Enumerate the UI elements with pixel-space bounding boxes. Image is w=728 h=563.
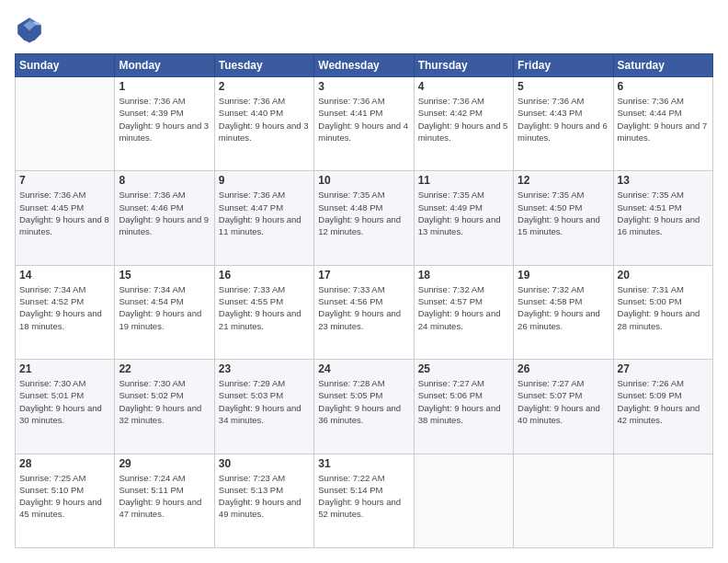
calendar-cell: 22 Sunrise: 7:30 AMSunset: 5:02 PMDaylig… <box>115 360 214 454</box>
day-info: Sunrise: 7:32 AMSunset: 4:57 PMDaylight:… <box>418 283 509 332</box>
calendar-header-row: SundayMondayTuesdayWednesdayThursdayFrid… <box>16 54 713 77</box>
day-number: 19 <box>518 269 609 282</box>
day-info: Sunrise: 7:36 AMSunset: 4:45 PMDaylight:… <box>19 189 110 237</box>
day-info: Sunrise: 7:25 AMSunset: 5:10 PMDaylight:… <box>19 472 110 521</box>
calendar-cell: 29 Sunrise: 7:24 AMSunset: 5:11 PMDaylig… <box>115 454 214 547</box>
day-info: Sunrise: 7:34 AMSunset: 4:54 PMDaylight:… <box>119 283 210 332</box>
day-number: 6 <box>618 80 709 93</box>
day-number: 29 <box>119 457 210 470</box>
day-number: 1 <box>119 80 210 93</box>
day-info: Sunrise: 7:23 AMSunset: 5:13 PMDaylight:… <box>219 472 310 521</box>
logo-icon <box>15 15 44 44</box>
day-number: 7 <box>19 174 110 187</box>
day-info: Sunrise: 7:32 AMSunset: 4:58 PMDaylight:… <box>518 283 609 332</box>
day-number: 16 <box>219 269 310 282</box>
day-number: 14 <box>19 269 110 282</box>
day-info: Sunrise: 7:36 AMSunset: 4:39 PMDaylight:… <box>119 95 210 144</box>
day-info: Sunrise: 7:36 AMSunset: 4:41 PMDaylight:… <box>318 95 409 144</box>
calendar-cell: 1 Sunrise: 7:36 AMSunset: 4:39 PMDayligh… <box>115 77 214 171</box>
day-number: 27 <box>618 362 709 375</box>
calendar-cell: 14 Sunrise: 7:34 AMSunset: 4:52 PMDaylig… <box>16 265 115 359</box>
column-header-sunday: Sunday <box>16 54 115 77</box>
day-number: 25 <box>418 362 509 375</box>
day-number: 23 <box>219 362 310 375</box>
day-info: Sunrise: 7:22 AMSunset: 5:14 PMDaylight:… <box>318 472 409 521</box>
calendar-week-2: 7 Sunrise: 7:36 AMSunset: 4:45 PMDayligh… <box>16 171 713 265</box>
calendar-cell: 27 Sunrise: 7:26 AMSunset: 5:09 PMDaylig… <box>613 360 712 454</box>
day-number: 21 <box>19 362 110 375</box>
day-info: Sunrise: 7:35 AMSunset: 4:50 PMDaylight:… <box>518 189 609 237</box>
day-info: Sunrise: 7:27 AMSunset: 5:07 PMDaylight:… <box>518 377 609 426</box>
column-header-tuesday: Tuesday <box>214 54 313 77</box>
calendar-cell: 10 Sunrise: 7:35 AMSunset: 4:48 PMDaylig… <box>314 171 414 265</box>
calendar-week-4: 21 Sunrise: 7:30 AMSunset: 5:01 PMDaylig… <box>16 360 713 454</box>
calendar-cell: 30 Sunrise: 7:23 AMSunset: 5:13 PMDaylig… <box>214 454 313 547</box>
day-info: Sunrise: 7:35 AMSunset: 4:48 PMDaylight:… <box>318 189 409 237</box>
calendar-cell: 23 Sunrise: 7:29 AMSunset: 5:03 PMDaylig… <box>214 360 313 454</box>
day-info: Sunrise: 7:24 AMSunset: 5:11 PMDaylight:… <box>119 472 210 521</box>
day-info: Sunrise: 7:36 AMSunset: 4:47 PMDaylight:… <box>219 189 310 237</box>
day-number: 17 <box>318 269 409 282</box>
day-number: 4 <box>418 80 509 93</box>
calendar-cell: 6 Sunrise: 7:36 AMSunset: 4:44 PMDayligh… <box>613 77 712 171</box>
day-info: Sunrise: 7:36 AMSunset: 4:42 PMDaylight:… <box>418 95 509 144</box>
day-number: 15 <box>119 269 210 282</box>
calendar-cell: 4 Sunrise: 7:36 AMSunset: 4:42 PMDayligh… <box>414 77 513 171</box>
calendar-cell: 13 Sunrise: 7:35 AMSunset: 4:51 PMDaylig… <box>613 171 712 265</box>
calendar-cell: 2 Sunrise: 7:36 AMSunset: 4:40 PMDayligh… <box>214 77 313 171</box>
calendar-cell: 17 Sunrise: 7:33 AMSunset: 4:56 PMDaylig… <box>314 265 414 359</box>
day-info: Sunrise: 7:33 AMSunset: 4:55 PMDaylight:… <box>219 283 310 332</box>
day-info: Sunrise: 7:35 AMSunset: 4:51 PMDaylight:… <box>618 189 709 237</box>
calendar-cell: 15 Sunrise: 7:34 AMSunset: 4:54 PMDaylig… <box>115 265 214 359</box>
column-header-thursday: Thursday <box>414 54 513 77</box>
calendar-cell: 9 Sunrise: 7:36 AMSunset: 4:47 PMDayligh… <box>214 171 313 265</box>
day-number: 5 <box>518 80 609 93</box>
day-info: Sunrise: 7:26 AMSunset: 5:09 PMDaylight:… <box>618 377 709 426</box>
column-header-saturday: Saturday <box>613 54 712 77</box>
day-number: 28 <box>19 457 110 470</box>
calendar-cell <box>514 454 613 547</box>
calendar-week-1: 1 Sunrise: 7:36 AMSunset: 4:39 PMDayligh… <box>16 77 713 171</box>
day-number: 22 <box>119 362 210 375</box>
day-info: Sunrise: 7:36 AMSunset: 4:40 PMDaylight:… <box>219 95 310 144</box>
column-header-wednesday: Wednesday <box>314 54 414 77</box>
day-number: 20 <box>618 269 709 282</box>
day-number: 11 <box>418 174 509 187</box>
calendar-cell: 3 Sunrise: 7:36 AMSunset: 4:41 PMDayligh… <box>314 77 414 171</box>
day-info: Sunrise: 7:28 AMSunset: 5:05 PMDaylight:… <box>318 377 409 426</box>
calendar-cell: 24 Sunrise: 7:28 AMSunset: 5:05 PMDaylig… <box>314 360 414 454</box>
calendar-cell: 11 Sunrise: 7:35 AMSunset: 4:49 PMDaylig… <box>414 171 513 265</box>
calendar-week-5: 28 Sunrise: 7:25 AMSunset: 5:10 PMDaylig… <box>16 454 713 547</box>
calendar-cell: 20 Sunrise: 7:31 AMSunset: 5:00 PMDaylig… <box>613 265 712 359</box>
day-info: Sunrise: 7:33 AMSunset: 4:56 PMDaylight:… <box>318 283 409 332</box>
day-info: Sunrise: 7:30 AMSunset: 5:01 PMDaylight:… <box>19 377 110 426</box>
day-number: 3 <box>318 80 409 93</box>
day-number: 18 <box>418 269 509 282</box>
calendar-cell: 7 Sunrise: 7:36 AMSunset: 4:45 PMDayligh… <box>16 171 115 265</box>
calendar-cell: 12 Sunrise: 7:35 AMSunset: 4:50 PMDaylig… <box>514 171 613 265</box>
calendar-cell: 16 Sunrise: 7:33 AMSunset: 4:55 PMDaylig… <box>214 265 313 359</box>
day-number: 9 <box>219 174 310 187</box>
calendar-cell: 5 Sunrise: 7:36 AMSunset: 4:43 PMDayligh… <box>514 77 613 171</box>
day-info: Sunrise: 7:27 AMSunset: 5:06 PMDaylight:… <box>418 377 509 426</box>
day-number: 2 <box>219 80 310 93</box>
day-number: 10 <box>318 174 409 187</box>
calendar-cell: 26 Sunrise: 7:27 AMSunset: 5:07 PMDaylig… <box>514 360 613 454</box>
day-number: 8 <box>119 174 210 187</box>
calendar-cell <box>613 454 712 547</box>
calendar-table: SundayMondayTuesdayWednesdayThursdayFrid… <box>15 53 713 548</box>
day-info: Sunrise: 7:30 AMSunset: 5:02 PMDaylight:… <box>119 377 210 426</box>
header <box>15 15 713 44</box>
calendar-cell <box>414 454 513 547</box>
calendar-cell: 28 Sunrise: 7:25 AMSunset: 5:10 PMDaylig… <box>16 454 115 547</box>
calendar-cell <box>16 77 115 171</box>
column-header-friday: Friday <box>514 54 613 77</box>
day-info: Sunrise: 7:31 AMSunset: 5:00 PMDaylight:… <box>618 283 709 332</box>
day-number: 13 <box>618 174 709 187</box>
day-number: 24 <box>318 362 409 375</box>
day-number: 12 <box>518 174 609 187</box>
day-info: Sunrise: 7:34 AMSunset: 4:52 PMDaylight:… <box>19 283 110 332</box>
calendar-cell: 25 Sunrise: 7:27 AMSunset: 5:06 PMDaylig… <box>414 360 513 454</box>
calendar-cell: 18 Sunrise: 7:32 AMSunset: 4:57 PMDaylig… <box>414 265 513 359</box>
day-info: Sunrise: 7:29 AMSunset: 5:03 PMDaylight:… <box>219 377 310 426</box>
